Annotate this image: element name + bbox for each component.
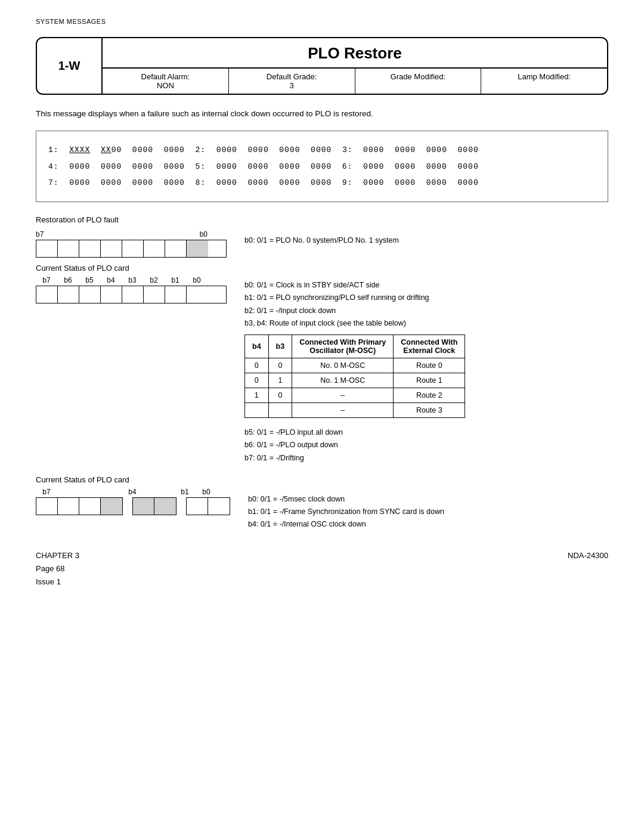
plo-box-right: PLO Restore Default Alarm: NON Default G… [103,38,607,94]
plo-fields-row: Default Alarm: NON Default Grade: 3 Grad… [103,69,607,94]
table-header-external: Connected WithExternal Clock [394,335,465,358]
s2-bl-b0: b0 [186,276,208,284]
section2-two-col: Current Status of PLO card b7 b6 b5 b4 b… [36,264,608,465]
s2-bc-0 [187,286,208,303]
plo-field-grade-label: Default Grade: [231,72,352,81]
code-line-1: 1: XXXX XX00 0000 0000 2: 0000 0000 0000… [48,142,596,158]
code-display-box: 1: XXXX XX00 0000 0000 2: 0000 0000 0000… [36,131,608,202]
section1-right: b0: 0/1 = PLO No. 0 system/PLO No. 1 sys… [244,215,608,247]
plo-field-lamp-modified-label: Lamp Modified: [484,72,605,81]
code-line-2: 4: 0000 0000 0000 0000 5: 0000 0000 0000… [48,159,596,175]
s2-desc-b5: b5: 0/1 = -/PLO input all down [244,426,608,439]
row1-primary: No. 0 M-OSC [292,358,394,373]
plo-field-grade-modified-value [358,81,479,90]
s3-bc-1 [187,498,208,515]
section2-title: Current Status of PLO card [36,264,227,272]
row2-primary: No. 1 M-OSC [292,373,394,388]
section2-bit-cells [36,286,227,304]
footer-page: Page 68 [36,562,79,575]
row4-b3 [268,403,292,418]
plo-field-grade-modified: Grade Modified: [355,69,482,94]
section1-bit-cells [36,240,227,258]
section2-right: b0: 0/1 = Clock is in STBY side/ACT side… [244,264,608,465]
s2-bl-b6: b6 [57,276,79,284]
section1-b7b0-labels: b7 b0 [36,230,208,239]
s3-desc-b1: b1: 0/1 = -/Frame Synchronization from S… [248,506,608,518]
plo-field-lamp-modified-value [484,81,605,90]
s2-bc-3 [122,286,144,303]
s3-group3 [186,497,230,515]
description-text: This message displays when a failure suc… [36,108,608,120]
plo-field-grade-value: 3 [231,81,352,90]
system-messages-header: SYSTEM MESSAGES [36,18,608,25]
section3-bit-cells-row [36,497,230,515]
bit-cell-1 [165,240,187,257]
footer-issue: Issue 1 [36,575,79,589]
row3-primary: – [292,388,394,403]
table-row: 1 0 – Route 2 [245,388,465,403]
plo-field-grade-modified-label: Grade Modified: [358,72,479,81]
row1-external: Route 0 [394,358,465,373]
section1-left: Restoration of PLO fault b7 b0 [36,215,227,258]
table-row: 0 1 No. 1 M-OSC Route 1 [245,373,465,388]
s3-bc-3 [133,498,154,515]
table-row: – Route 3 [245,403,465,418]
bit-cell-4 [101,240,122,257]
s2-desc-b1: b1: 0/1 = PLO synchronizing/PLO self run… [244,292,608,304]
s3-bc-0 [208,498,230,515]
s2-bl-b2: b2 [143,276,165,284]
s2-desc-b7: b7: 0/1 = -/Drifting [244,452,608,465]
bit-cell-0 [187,240,208,257]
footer-doc: NDA-24300 [568,549,608,562]
s3-desc-b4: b4: 0/1 = -/Internal OSC clock down [248,518,608,531]
s3-b0-label: b0 [196,488,217,496]
s2-bc-7 [36,286,58,303]
table-header-b3: b3 [268,335,292,358]
s3-bc-5 [79,498,101,515]
section3: Current Status of PLO card b7 b4 b1 b0 [36,475,608,531]
plo-field-alarm: Default Alarm: NON [103,69,229,94]
s2-bc-1 [165,286,187,303]
row2-external: Route 1 [394,373,465,388]
section3-right: b0: 0/1 = -/5msec clock down b1: 0/1 = -… [248,475,608,531]
section2-left: Current Status of PLO card b7 b6 b5 b4 b… [36,264,227,304]
s3-bc-4 [101,498,122,515]
plo-field-alarm-label: Default Alarm: [105,72,226,81]
section2-b-labels: b7 b6 b5 b4 b3 b2 b1 b0 [36,276,208,284]
row1-b3: 0 [268,358,292,373]
section3-title: Current Status of PLO card [36,475,230,484]
s3-bc-7 [36,498,58,515]
s3-b4-label: b4 [122,488,143,496]
s2-bc-2 [144,286,165,303]
bit-cell-2 [144,240,165,257]
table-header-b4: b4 [245,335,269,358]
section3-labels: b7 b4 b1 b0 [36,488,227,496]
row4-b4 [245,403,269,418]
plo-field-lamp-modified: Lamp Modified: [481,69,607,94]
bit-cell-3 [122,240,144,257]
clock-route-table: b4 b3 Connected With PrimaryOscillator (… [244,335,465,418]
row2-b4: 0 [245,373,269,388]
s2-desc-b2: b2: 0/1 = -/Input clock down [244,305,608,317]
plo-field-alarm-value: NON [105,81,226,90]
footer-right: NDA-24300 [568,549,608,589]
s2-bc-5 [79,286,101,303]
table-header-primary: Connected With PrimaryOscillator (M-OSC) [292,335,394,358]
row3-b4: 1 [245,388,269,403]
s2-bl-b7: b7 [36,276,57,284]
section3-left: Current Status of PLO card b7 b4 b1 b0 [36,475,230,515]
section1-b7-label: b7 [36,230,44,239]
s3-desc-b0: b0: 0/1 = -/5msec clock down [248,493,608,506]
s2-desc-b0: b0: 0/1 = Clock is in STBY side/ACT side [244,279,608,292]
s2-bc-4 [101,286,122,303]
row1-b4: 0 [245,358,269,373]
section1-title: Restoration of PLO fault [36,215,227,224]
plo-code: 1-W [37,38,103,94]
plo-restore-box: 1-W PLO Restore Default Alarm: NON Defau… [36,37,608,95]
row4-primary: – [292,403,394,418]
section1-desc-b0: b0: 0/1 = PLO No. 0 system/PLO No. 1 sys… [244,234,608,247]
s2-bl-b1: b1 [165,276,186,284]
section1: Restoration of PLO fault b7 b0 b0: 0/1 =… [36,215,608,258]
row3-external: Route 2 [394,388,465,403]
bit-cell-5 [79,240,101,257]
